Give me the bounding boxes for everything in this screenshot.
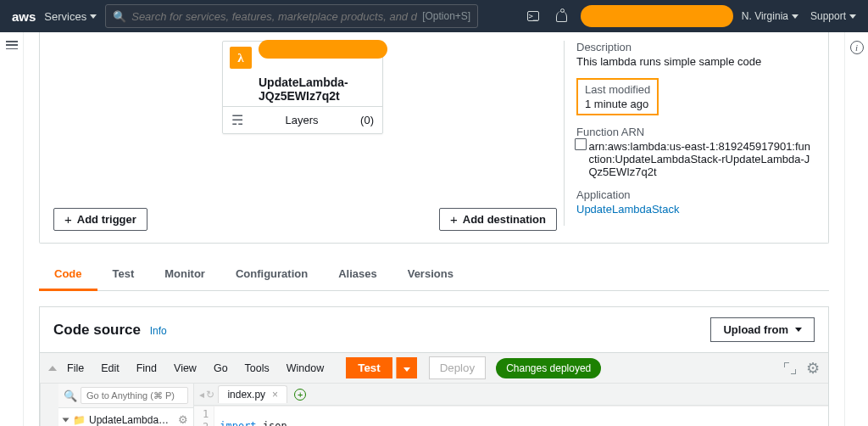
menu-view[interactable]: View	[167, 359, 203, 378]
hamburger-icon	[6, 41, 18, 49]
tab-test[interactable]: Test	[97, 259, 150, 290]
tab-versions[interactable]: Versions	[392, 259, 469, 290]
top-nav: aws Services 🔍 [Option+S] >_ N. Virginia…	[0, 0, 868, 32]
editor-tab[interactable]: index.py×	[218, 385, 287, 403]
collapse-icon[interactable]	[48, 366, 57, 371]
upload-from-button[interactable]: Upload from	[710, 317, 815, 342]
code-editor: File Edit Find View Go Tools Window Test…	[40, 352, 828, 426]
search-icon: 🔍	[113, 10, 126, 23]
add-destination-button[interactable]: +Add destination	[439, 208, 557, 231]
deployed-badge: Changes deployed	[496, 358, 601, 378]
code-text[interactable]: 12345678 import json def lambda_handler(…	[194, 406, 828, 426]
code-lines: import json def lambda_handler(event, co…	[214, 406, 504, 426]
tree-folder[interactable]: 📁UpdateLambdaStack⚙	[62, 412, 190, 426]
last-modified-label: Last modified	[585, 83, 650, 96]
arn-value: arn:aws:lambda:us-east-1:819245917901:fu…	[588, 140, 815, 178]
account-menu[interactable]	[581, 5, 733, 27]
arn-label: Function ARN	[576, 126, 815, 138]
copy-icon[interactable]	[576, 140, 581, 150]
layers-icon: ☴	[231, 112, 243, 128]
fullscreen-icon[interactable]	[784, 362, 796, 374]
add-trigger-button[interactable]: +Add trigger	[53, 208, 147, 231]
services-menu[interactable]: Services	[44, 10, 97, 23]
search-icon: 🔍	[64, 390, 77, 402]
search-shortcut: [Option+S]	[422, 10, 470, 22]
cloudshell-icon[interactable]: >_	[523, 6, 543, 26]
close-icon[interactable]: ×	[272, 389, 278, 401]
ide-deploy-button: Deploy	[429, 356, 487, 379]
info-link[interactable]: Info	[150, 325, 167, 337]
gear-icon[interactable]: ⚙	[178, 413, 188, 426]
support-menu[interactable]: Support	[810, 10, 856, 22]
function-name: UpdateLambda-JQz5EWIz7q2t	[223, 76, 382, 106]
search-input[interactable]	[131, 10, 417, 23]
menu-tools[interactable]: Tools	[238, 359, 276, 378]
ide-test-button[interactable]: Test	[346, 357, 392, 378]
aws-logo[interactable]: aws	[12, 9, 36, 24]
last-modified-highlight: Last modified 1 minute ago	[576, 78, 659, 115]
menu-file[interactable]: File	[60, 359, 91, 378]
new-tab-button[interactable]: +	[294, 389, 306, 401]
layers-label: Layers	[286, 114, 319, 126]
menu-window[interactable]: Window	[280, 359, 331, 378]
function-card[interactable]: λ UpdateLambda-JQz5EWIz7q2t ☴ Layers (0)	[222, 41, 383, 134]
tab-code[interactable]: Code	[39, 259, 97, 291]
folder-icon: 📁	[73, 414, 86, 426]
caret-icon	[63, 418, 70, 422]
info-icon: i	[850, 41, 864, 54]
environment-tab[interactable]: Environment	[40, 384, 58, 426]
layers-count: (0)	[360, 114, 374, 126]
menu-go[interactable]: Go	[207, 359, 235, 378]
file-explorer: 🔍 📁UpdateLambdaStack⚙ <>index.py	[58, 384, 194, 426]
redacted-label	[259, 40, 387, 59]
description-value: This lambda runs simple sample code	[576, 55, 815, 68]
code-source-panel: Code source Info Upload from File Edit F…	[39, 306, 829, 426]
ide-menubar: File Edit Find View Go Tools Window Test…	[40, 353, 828, 384]
ide-test-caret[interactable]	[396, 357, 417, 378]
left-rail-toggle[interactable]	[0, 32, 24, 426]
last-modified-value: 1 minute ago	[585, 98, 650, 110]
application-link[interactable]: UpdateLambdaStack	[576, 203, 815, 216]
lambda-icon: λ	[230, 47, 252, 69]
line-gutter: 12345678	[194, 406, 214, 426]
tab-configuration[interactable]: Configuration	[220, 259, 323, 290]
layers-row[interactable]: ☴ Layers (0)	[223, 106, 382, 133]
tab-monitor[interactable]: Monitor	[149, 259, 220, 290]
details-column: Description This lambda runs simple samp…	[564, 41, 815, 226]
region-selector[interactable]: N. Virginia	[742, 10, 798, 22]
goto-input[interactable]	[81, 387, 188, 404]
menu-edit[interactable]: Edit	[94, 359, 126, 378]
caret-down-icon	[795, 328, 802, 332]
right-rail-toggle[interactable]: i	[844, 32, 868, 426]
detail-tabs: Code Test Monitor Configuration Aliases …	[39, 259, 829, 291]
menu-find[interactable]: Find	[130, 359, 164, 378]
tab-aliases[interactable]: Aliases	[323, 259, 392, 290]
description-label: Description	[576, 41, 815, 53]
history-back-icon[interactable]: ◂ ↻	[199, 389, 214, 401]
application-label: Application	[576, 188, 815, 201]
editor-tabbar: ◂ ↻ index.py× +	[194, 384, 828, 406]
gear-icon[interactable]: ⚙	[806, 359, 820, 378]
notifications-icon[interactable]	[552, 6, 572, 26]
caret-down-icon	[90, 14, 97, 19]
function-overview-panel: λ UpdateLambda-JQz5EWIz7q2t ☴ Layers (0)…	[39, 32, 829, 244]
global-search[interactable]: 🔍 [Option+S]	[105, 4, 478, 28]
code-source-heading: Code source Info	[53, 322, 167, 339]
